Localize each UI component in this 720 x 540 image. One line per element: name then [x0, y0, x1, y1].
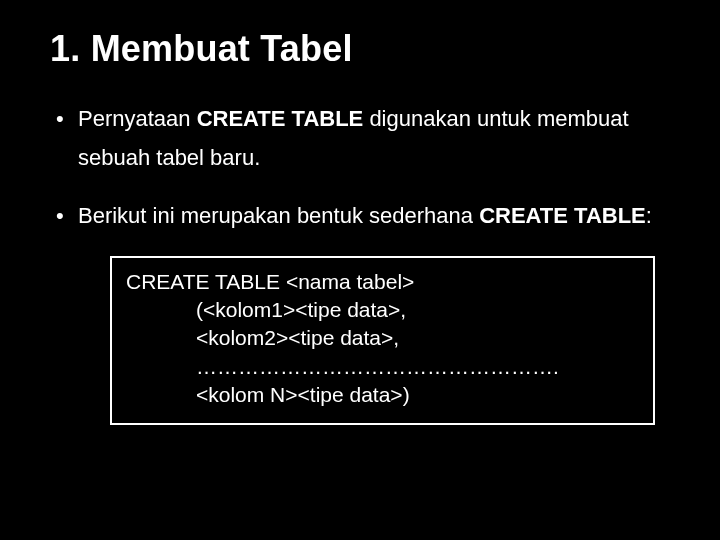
code-box: CREATE TABLE <nama tabel> (<kolom1><tipe…	[110, 256, 655, 426]
bullet1-strong: CREATE TABLE	[197, 106, 364, 131]
code-line-4: …………………………………………….	[126, 353, 639, 381]
bullet-item-2: Berikut ini merupakan bentuk sederhana C…	[50, 197, 670, 236]
code-line-3: <kolom2><tipe data>,	[126, 324, 639, 352]
bullet-item-1: Pernyataan CREATE TABLE digunakan untuk …	[50, 100, 670, 177]
code-line-1: CREATE TABLE <nama tabel>	[126, 268, 639, 296]
bullet2-post: :	[646, 203, 652, 228]
code-line-5: <kolom N><tipe data>)	[126, 381, 639, 409]
bullet2-pre: Berikut ini merupakan bentuk sederhana	[78, 203, 479, 228]
slide-title: 1. Membuat Tabel	[50, 28, 670, 70]
bullet-list: Pernyataan CREATE TABLE digunakan untuk …	[50, 100, 670, 236]
slide: 1. Membuat Tabel Pernyataan CREATE TABLE…	[0, 0, 720, 540]
bullet1-pre: Pernyataan	[78, 106, 197, 131]
bullet2-strong: CREATE TABLE	[479, 203, 646, 228]
code-line-2: (<kolom1><tipe data>,	[126, 296, 639, 324]
